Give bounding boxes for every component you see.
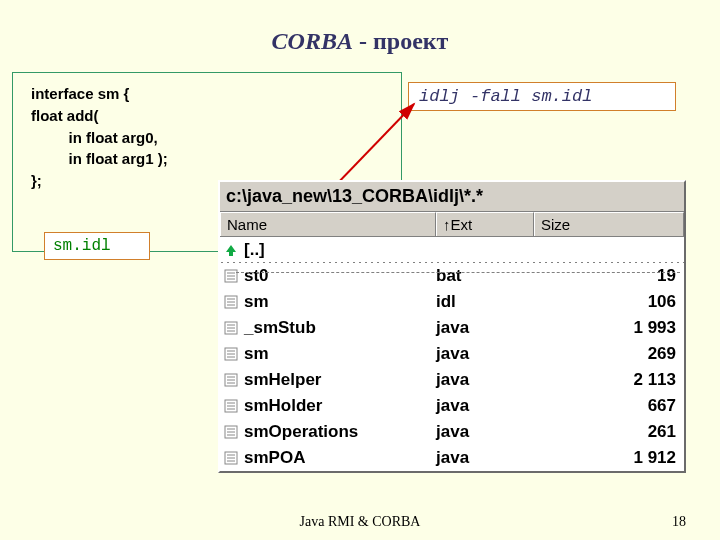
file-icon	[223, 372, 239, 388]
table-row[interactable]: smjava269	[220, 341, 684, 367]
table-row[interactable]: smHolderjava667	[220, 393, 684, 419]
cell-size: 1 912	[534, 448, 684, 468]
row-icon	[220, 242, 242, 258]
file-icon	[223, 294, 239, 310]
cell-size: 2 113	[534, 370, 684, 390]
path-bar: c:\java_new\13_CORBA\idlj\*.*	[220, 182, 684, 212]
row-icon	[220, 294, 242, 310]
file-icon	[223, 320, 239, 336]
file-icon	[223, 450, 239, 466]
cell-name: sm	[242, 344, 436, 364]
row-icon	[220, 372, 242, 388]
cell-size: 1 993	[534, 318, 684, 338]
table-row[interactable]: _smStubjava1 993	[220, 315, 684, 341]
cell-name: st0	[242, 266, 436, 286]
cell-ext: idl	[436, 292, 534, 312]
table-row[interactable]: st0bat19	[220, 263, 684, 289]
title-italic: CORBA	[272, 28, 353, 54]
cell-ext: java	[436, 370, 534, 390]
cell-ext: bat	[436, 266, 534, 286]
file-icon	[223, 346, 239, 362]
row-icon	[220, 268, 242, 284]
row-icon	[220, 424, 242, 440]
cell-ext: java	[436, 344, 534, 364]
file-icon	[223, 424, 239, 440]
cell-ext: java	[436, 318, 534, 338]
row-icon	[220, 450, 242, 466]
header-size[interactable]: Size	[534, 212, 684, 236]
table-row[interactable]: smOperationsjava261	[220, 419, 684, 445]
cell-name: smHolder	[242, 396, 436, 416]
code-line: in float arg0,	[31, 127, 387, 149]
cell-ext: java	[436, 422, 534, 442]
cell-name: sm	[242, 292, 436, 312]
cell-size: 261	[534, 422, 684, 442]
header-name[interactable]: Name	[220, 212, 436, 236]
cell-size: 269	[534, 344, 684, 364]
table-row[interactable]: smPOAjava1 912	[220, 445, 684, 471]
cell-ext: java	[436, 396, 534, 416]
header-ext[interactable]: ↑Ext	[436, 212, 534, 236]
selection-dashed-line	[236, 272, 680, 273]
row-icon	[220, 398, 242, 414]
title-rest: - проект	[353, 28, 448, 54]
code-line: in float arg1 );	[31, 148, 387, 170]
page-number: 18	[672, 514, 686, 530]
command-box: idlj -fall sm.idl	[408, 82, 676, 111]
row-icon	[220, 346, 242, 362]
table-row[interactable]: smHelperjava2 113	[220, 367, 684, 393]
footer-text: Java RMI & CORBA	[0, 514, 720, 530]
file-icon	[223, 268, 239, 284]
file-manager-panel: c:\java_new\13_CORBA\idlj\*.* Name ↑Ext …	[218, 180, 686, 473]
row-icon	[220, 320, 242, 336]
up-folder-icon	[223, 242, 239, 258]
file-icon	[223, 398, 239, 414]
column-headers: Name ↑Ext Size	[220, 212, 684, 237]
cell-name: smHelper	[242, 370, 436, 390]
cell-name: smOperations	[242, 422, 436, 442]
cell-size	[534, 242, 684, 259]
cell-size: 106	[534, 292, 684, 312]
cell-name: _smStub	[242, 318, 436, 338]
cell-size: 667	[534, 396, 684, 416]
cell-name: [..]	[242, 240, 436, 260]
table-row[interactable]: smidl106	[220, 289, 684, 315]
cell-size: 19	[534, 266, 684, 286]
slide-title: CORBA - проект	[0, 0, 720, 55]
code-line: interface sm {	[31, 83, 387, 105]
cell-ext: java	[436, 448, 534, 468]
cell-name: smPOA	[242, 448, 436, 468]
table-row[interactable]: [..]	[220, 237, 684, 263]
idl-file-label: sm.idl	[44, 232, 150, 260]
code-line: float add(	[31, 105, 387, 127]
